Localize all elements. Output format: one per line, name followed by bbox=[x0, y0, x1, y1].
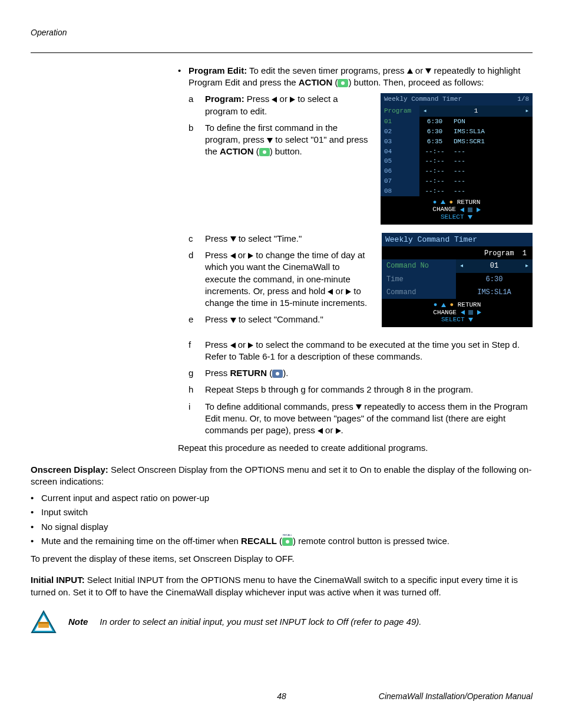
dot-icon: ● bbox=[433, 199, 437, 206]
step-marker: a bbox=[189, 93, 205, 117]
osd-row-cmd: --- bbox=[450, 176, 533, 186]
osd-program-number: 1 bbox=[431, 107, 522, 116]
body-column: • Program Edit: To edit the seven timer … bbox=[178, 65, 533, 634]
osd-weekly-timer-edit: Weekly Command Timer Program 1 Command N… bbox=[382, 233, 533, 327]
right-arrow-icon bbox=[290, 97, 295, 103]
step-g: g Press RETURN (). bbox=[189, 367, 533, 379]
osd-row-time: --:-- bbox=[419, 186, 450, 196]
section-initial-input: Initial INPUT: Select Initial INPUT from… bbox=[31, 574, 533, 598]
text: remote control button is pressed twice. bbox=[296, 536, 449, 546]
osd-row-num: 05 bbox=[381, 156, 419, 166]
osd-row-cmd: IMS:SL1A bbox=[450, 127, 533, 137]
manual-title: CinemaWall Installation/Operation Manual bbox=[365, 691, 533, 702]
dot-icon: ● bbox=[449, 199, 454, 206]
bullet-program-edit: • Program Edit: To edit the seven timer … bbox=[178, 65, 533, 89]
action-button-icon bbox=[338, 79, 348, 87]
action-button-icon bbox=[259, 148, 270, 156]
osd-program-row: Program ◂ 1 ▸ bbox=[381, 106, 533, 117]
up-arrow-icon bbox=[407, 68, 413, 74]
list-text: Mute and the remaining time on the off-t… bbox=[41, 535, 449, 547]
up-arrow-icon bbox=[441, 200, 445, 204]
note-block: Note In order to select an initial input… bbox=[31, 610, 533, 634]
down-arrow-icon bbox=[230, 236, 236, 242]
label-initial-input: Initial INPUT: bbox=[31, 575, 85, 585]
osd-row-time: --:-- bbox=[419, 156, 450, 166]
note-warning-icon bbox=[31, 610, 57, 634]
osd-row-num: 08 bbox=[381, 186, 419, 196]
text: Press bbox=[244, 94, 272, 104]
osd-field-value-selected: ◂ 01 ▸ bbox=[456, 259, 533, 272]
step-marker: i bbox=[189, 401, 205, 437]
col-steps-fi: f Press or to select the command to be e… bbox=[189, 339, 533, 437]
step-marker: e bbox=[189, 314, 205, 325]
text: To edit the seven timer programs, press bbox=[247, 65, 407, 75]
right-arrow-icon bbox=[477, 207, 481, 212]
step-f: f Press or to select the command to be e… bbox=[189, 339, 533, 363]
text: or bbox=[236, 250, 249, 260]
osd-row-time: --:-- bbox=[419, 166, 450, 176]
row-cde-osd2: c Press to select "Time." d Press or to … bbox=[189, 233, 533, 331]
text: or bbox=[333, 286, 346, 296]
osd-row-num: 01 bbox=[381, 117, 419, 127]
text: Press bbox=[205, 250, 230, 260]
label-return: RETURN bbox=[230, 368, 267, 378]
return-button-icon bbox=[272, 370, 283, 378]
page-number: 48 bbox=[198, 691, 365, 702]
osd-field-label: Command No bbox=[382, 259, 456, 272]
step-text: Repeat Steps b through g for commands 2 … bbox=[205, 384, 533, 396]
note-message: In order to select an initial input, you… bbox=[100, 616, 533, 628]
square-icon bbox=[468, 207, 472, 212]
text: to select "Time." bbox=[236, 233, 302, 243]
bullet-marker: • bbox=[178, 65, 189, 89]
text: To define additional commands, press bbox=[205, 401, 356, 411]
down-arrow-icon bbox=[468, 215, 472, 219]
up-arrow-icon bbox=[441, 303, 446, 307]
page: Operation • Program Edit: To edit the se… bbox=[31, 27, 533, 634]
page-footer: 48 CinemaWall Installation/Operation Man… bbox=[31, 691, 533, 702]
step-text: To define additional commands, press rep… bbox=[205, 401, 533, 437]
label-recall: RECALL bbox=[241, 536, 277, 546]
list-text: Input switch bbox=[41, 506, 88, 518]
step-text: Program: Press or to select a program to… bbox=[205, 93, 370, 117]
osd-title-text: Weekly Command Timer bbox=[384, 95, 462, 104]
osd-program-value: ◂ 1 ▸ bbox=[419, 106, 533, 117]
row-ab-osd1: a Program: Press or to select a program … bbox=[189, 93, 533, 224]
step-text: Press to select "Time." bbox=[205, 233, 371, 245]
step-h: h Repeat Steps b through g for commands … bbox=[189, 384, 533, 396]
osd-change-label: CHANGE bbox=[432, 206, 456, 213]
right-arrow-icon: ▸ bbox=[521, 107, 533, 116]
bullet-marker: • bbox=[31, 521, 41, 533]
left-arrow-icon bbox=[461, 310, 465, 315]
osd-row-num: 02 bbox=[381, 127, 419, 137]
osd-row-cmd: DMS:SCR1 bbox=[450, 137, 533, 147]
step-marker: f bbox=[189, 339, 205, 363]
square-icon bbox=[468, 310, 473, 315]
osd-bullet-list: •Current input and aspect ratio on power… bbox=[31, 492, 533, 547]
text: Select Initial INPUT from the OPTIONS me… bbox=[31, 575, 518, 597]
osd-title-text: Weekly Command Timer bbox=[385, 235, 477, 245]
text: button. Then, proceed as follows: bbox=[351, 77, 484, 87]
down-arrow-icon bbox=[267, 138, 273, 143]
label-program: Program: bbox=[205, 94, 244, 104]
osd-row-cmd: --- bbox=[450, 166, 533, 176]
osd-footer-hints: ● ● RETURN CHANGE SELECT bbox=[382, 299, 533, 327]
text: to select "Command." bbox=[236, 314, 323, 324]
text: Press bbox=[205, 314, 230, 324]
osd-page-indicator: 1/8 bbox=[517, 95, 529, 104]
osd-title: Weekly Command Timer bbox=[382, 233, 533, 247]
osd-title: Weekly Command Timer 1/8 bbox=[381, 93, 533, 106]
left-arrow-icon bbox=[318, 428, 323, 434]
osd-weekly-timer-list: Weekly Command Timer 1/8 Program ◂ 1 ▸ 0… bbox=[381, 93, 533, 224]
osd-return-label: RETURN bbox=[457, 199, 481, 206]
col-steps-ab: a Program: Press or to select a program … bbox=[189, 93, 370, 162]
para: Onscreen Display: Select Onscreen Displa… bbox=[31, 464, 533, 488]
text: Press bbox=[205, 368, 230, 378]
col-steps-cde: c Press to select "Time." d Press or to … bbox=[189, 233, 371, 331]
text: or bbox=[277, 94, 290, 104]
osd-row-command: Command IMS:SL1A bbox=[382, 286, 533, 299]
left-arrow-icon: ◂ bbox=[456, 261, 467, 271]
osd-row-cmd: --- bbox=[450, 186, 533, 196]
section-onscreen-display: Onscreen Display: Select Onscreen Displa… bbox=[31, 464, 533, 634]
step-d: d Press or to change the time of day at … bbox=[189, 249, 371, 309]
osd-row-cmd: PON bbox=[450, 117, 533, 127]
